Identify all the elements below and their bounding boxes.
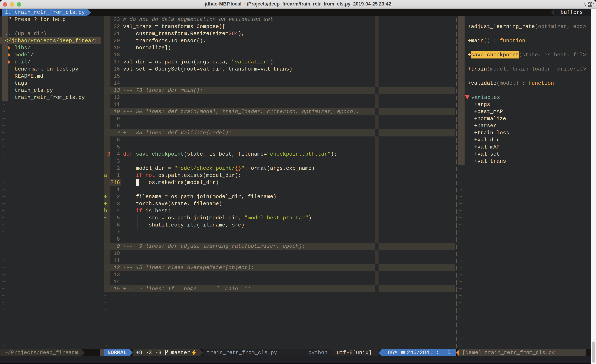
svg-text:1: 1 xyxy=(593,2,595,7)
